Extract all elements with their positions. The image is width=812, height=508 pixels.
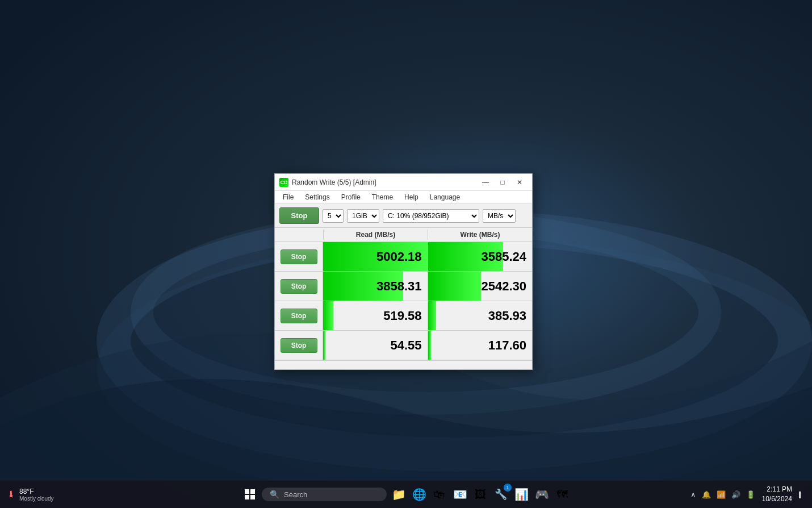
unit-select[interactable]: MB/s [483, 209, 516, 223]
read-cell-0: 5002.18 [323, 242, 428, 271]
stop-button-1[interactable]: Stop [281, 279, 317, 294]
write-value-1: 2542.30 [481, 279, 526, 294]
tray-chevron[interactable]: ∧ [688, 489, 698, 500]
tray-notification[interactable]: 🔔 [700, 489, 713, 500]
weather-widget[interactable]: 🌡 88°F Mostly cloudy [7, 488, 54, 502]
write-bar-3 [428, 331, 432, 360]
window-title: Random Write (5/5) [Admin] [292, 178, 376, 186]
main-stop-button[interactable]: Stop [279, 207, 319, 224]
taskbar-icon-browser[interactable]: 🌐 [411, 486, 428, 503]
tray-network[interactable]: 📶 [714, 489, 728, 500]
clock-date: 10/6/2024 [762, 494, 792, 504]
header-empty [275, 230, 323, 240]
write-cell-2: 385.93 [428, 301, 533, 330]
taskbar-icon-mail[interactable]: 📧 [451, 486, 468, 503]
desktop: CD Random Write (5/5) [Admin] — □ ✕ File… [0, 0, 812, 508]
start-button[interactable] [241, 486, 258, 503]
maximize-button[interactable]: □ [495, 177, 510, 188]
read-value-0: 5002.18 [376, 249, 422, 264]
taskbar-icon-app2[interactable]: 📊 [513, 486, 530, 503]
search-icon: 🔍 [270, 490, 279, 499]
window-title-left: CD Random Write (5/5) [Admin] [279, 178, 376, 187]
passes-select[interactable]: 5 [323, 209, 344, 223]
menu-language[interactable]: Language [424, 192, 466, 202]
read-bar-3 [323, 331, 325, 360]
system-tray-icons: ∧ 🔔 📶 🔊 🔋 [688, 489, 757, 500]
minimize-button[interactable]: — [478, 177, 493, 188]
stop-button-3[interactable]: Stop [281, 338, 317, 353]
close-button[interactable]: ✕ [512, 177, 528, 188]
window-bottom-bar [275, 360, 532, 369]
write-bar-2 [428, 301, 437, 330]
taskbar-icon-tools[interactable]: 🔧 1 [492, 486, 509, 503]
table-row: Stop 519.58 385.93 [275, 301, 532, 331]
read-value-2: 519.58 [383, 309, 421, 323]
taskbar-icon-app3[interactable]: 🎮 [533, 486, 550, 503]
window-controls: — □ ✕ [478, 177, 528, 188]
cdm-window: CD Random Write (5/5) [Admin] — □ ✕ File… [274, 173, 533, 370]
weather-info: 88°F Mostly cloudy [19, 488, 54, 502]
write-cell-1: 2542.30 [428, 272, 533, 301]
table-row: Stop 54.55 117.60 [275, 331, 532, 360]
taskbar: 🌡 88°F Mostly cloudy 🔍 Search � [0, 481, 812, 508]
header-write: Write (MB/s) [428, 230, 532, 240]
table-row: Stop 5002.18 3585.24 [275, 242, 532, 272]
menu-help[interactable]: Help [399, 192, 424, 202]
window-titlebar: CD Random Write (5/5) [Admin] — □ ✕ [275, 174, 532, 191]
taskbar-icon-photos[interactable]: 🖼 [472, 486, 489, 503]
write-value-0: 3585.24 [481, 249, 526, 264]
read-cell-2: 519.58 [323, 301, 428, 330]
stop-cell-1: Stop [275, 272, 323, 301]
weather-desc: Mostly cloudy [19, 495, 54, 502]
menu-settings[interactable]: Settings [299, 192, 335, 202]
taskbar-center: 🔍 Search 📁 🌐 🛍 📧 🖼 🔧 1 [241, 486, 571, 503]
stop-button-2[interactable]: Stop [281, 309, 317, 323]
size-select[interactable]: 1GiB [347, 209, 379, 223]
stop-cell-0: Stop [275, 242, 323, 271]
taskbar-icon-msstore[interactable]: 🛍 [431, 486, 448, 503]
header-read: Read (MB/s) [323, 230, 428, 240]
tray-battery[interactable]: 🔋 [744, 489, 757, 500]
read-value-3: 54.55 [390, 338, 421, 353]
write-cell-0: 3585.24 [428, 242, 533, 271]
read-value-1: 3858.31 [376, 279, 422, 294]
tray-volume[interactable]: 🔊 [729, 489, 743, 500]
stop-button-0[interactable]: Stop [281, 249, 317, 264]
windows-logo [245, 489, 255, 499]
window-toolbar: Stop 5 1GiB C: 10% (98/952GiB) MB/s [275, 204, 532, 228]
taskbar-left: 🌡 88°F Mostly cloudy [7, 488, 58, 502]
write-value-3: 117.60 [488, 338, 526, 353]
weather-icon: 🌡 [7, 489, 16, 499]
search-text: Search [284, 490, 307, 499]
menu-file[interactable]: File [277, 192, 299, 202]
clock-time: 2:11 PM [762, 485, 792, 494]
stop-cell-2: Stop [275, 301, 323, 330]
taskbar-right: ∧ 🔔 📶 🔊 🔋 2:11 PM 10/6/2024 ▌ [688, 485, 805, 504]
read-bar-2 [323, 301, 333, 330]
show-desktop[interactable]: ▌ [797, 490, 805, 499]
drive-select[interactable]: C: 10% (98/952GiB) [383, 209, 479, 223]
weather-temp: 88°F [19, 488, 54, 495]
read-cell-3: 54.55 [323, 331, 428, 360]
table-header: Read (MB/s) Write (MB/s) [275, 228, 532, 242]
window-menubar: File Settings Profile Theme Help Languag… [275, 191, 532, 204]
notification-badge: 1 [504, 484, 512, 492]
write-cell-3: 117.60 [428, 331, 533, 360]
search-bar[interactable]: 🔍 Search [262, 488, 387, 501]
menu-profile[interactable]: Profile [336, 192, 366, 202]
window-icon: CD [279, 178, 288, 187]
taskbar-icon-file-explorer[interactable]: 📁 [390, 486, 407, 503]
taskbar-icon-app4[interactable]: 🗺 [554, 486, 571, 503]
write-bar-1 [428, 272, 482, 301]
stop-cell-3: Stop [275, 331, 323, 360]
table-row: Stop 3858.31 2542.30 [275, 272, 532, 301]
menu-theme[interactable]: Theme [366, 192, 399, 202]
read-cell-1: 3858.31 [323, 272, 428, 301]
system-clock[interactable]: 2:11 PM 10/6/2024 [762, 485, 792, 504]
write-value-2: 385.93 [488, 309, 526, 323]
